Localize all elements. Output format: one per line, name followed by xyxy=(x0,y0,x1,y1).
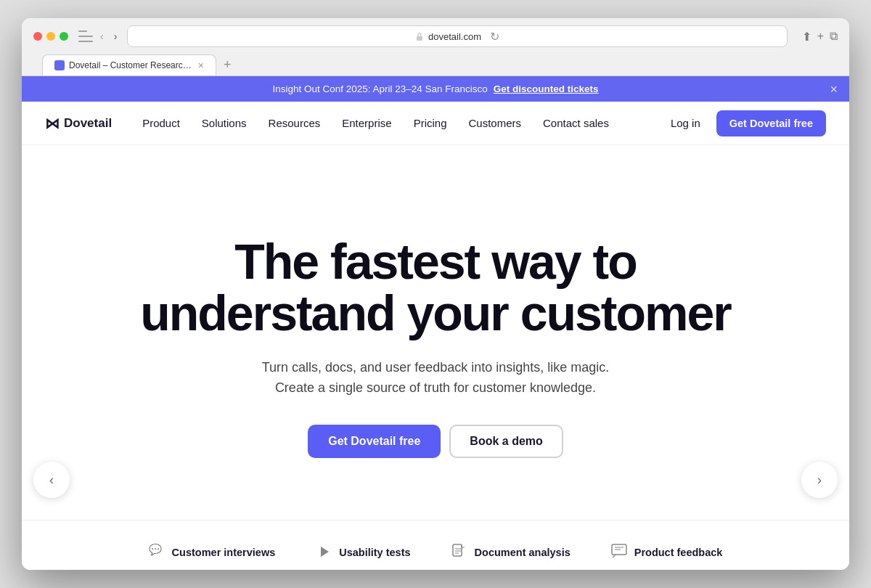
browser-actions: ⬆ + ⧉ xyxy=(802,30,838,44)
navbar: ⋈ Dovetail Product Solutions Resources E… xyxy=(22,102,849,145)
announcement-link[interactable]: Get discounted tickets xyxy=(494,83,599,94)
nav-cta-button[interactable]: Get Dovetail free xyxy=(716,110,826,136)
url-text: dovetail.com xyxy=(428,31,481,42)
feature-tabs: 💬 Customer interviews Usability tests xyxy=(22,520,849,570)
tab-title-text: Dovetail – Customer Research Platform xyxy=(69,60,194,70)
minimize-traffic-light[interactable] xyxy=(46,32,55,41)
documents-icon xyxy=(451,544,469,561)
tab-favicon xyxy=(54,60,65,70)
feature-tab-usability[interactable]: Usability tests xyxy=(310,535,416,570)
close-traffic-light[interactable] xyxy=(33,32,42,41)
hero-title-line2: understand your customer xyxy=(140,285,731,340)
feature-tab-feedback-label: Product feedback xyxy=(634,547,723,558)
hero-section: ‹ › The fastest way to understand your c… xyxy=(22,145,849,520)
svg-rect-0 xyxy=(417,36,422,41)
forward-button[interactable]: › xyxy=(111,29,120,44)
feature-tab-feedback[interactable]: Product feedback xyxy=(605,535,729,570)
svg-rect-2 xyxy=(453,544,462,556)
feature-tab-documents[interactable]: Document analysis xyxy=(446,535,576,570)
website-content: Insight Out Conf 2025: April 23–24 San F… xyxy=(22,76,849,570)
nav-solutions[interactable]: Solutions xyxy=(192,111,257,135)
feature-tab-interviews[interactable]: 💬 Customer interviews xyxy=(143,535,282,570)
scroll-right-indicator[interactable]: › xyxy=(801,462,838,498)
traffic-lights xyxy=(33,32,68,41)
active-browser-tab[interactable]: Dovetail – Customer Research Platform × xyxy=(42,54,216,75)
feature-tab-usability-label: Usability tests xyxy=(339,547,410,558)
sidebar-button[interactable]: ⧉ xyxy=(830,30,838,43)
announcement-text: Insight Out Conf 2025: April 23–24 San F… xyxy=(272,83,487,94)
hero-subtitle: Turn calls, docs, and user feedback into… xyxy=(262,357,610,399)
browser-title-bar: ‹ › dovetail.com ↻ ⬆ + ⧉ xyxy=(33,25,838,54)
hero-subtitle-line1: Turn calls, docs, and user feedback into… xyxy=(262,360,610,375)
scroll-left-indicator[interactable]: ‹ xyxy=(33,462,70,498)
back-button[interactable]: ‹ xyxy=(97,29,107,44)
browser-nav-controls: ‹ › xyxy=(78,29,120,44)
tab-bar: Dovetail – Customer Research Platform × … xyxy=(33,54,838,75)
reload-button[interactable]: ↻ xyxy=(490,30,499,44)
sidebar-toggle[interactable] xyxy=(78,30,93,42)
logo-icon: ⋈ xyxy=(45,115,60,132)
hero-cta-secondary[interactable]: Book a demo xyxy=(449,425,563,458)
hero-subtitle-line2: Create a single source of truth for cust… xyxy=(275,380,596,395)
nav-customers[interactable]: Customers xyxy=(459,111,532,135)
browser-chrome: ‹ › dovetail.com ↻ ⬆ + ⧉ xyxy=(22,18,849,76)
nav-product[interactable]: Product xyxy=(132,111,190,135)
svg-marker-1 xyxy=(321,547,329,557)
nav-pricing[interactable]: Pricing xyxy=(404,111,457,135)
interviews-icon: 💬 xyxy=(149,544,166,561)
logo[interactable]: ⋈ Dovetail xyxy=(45,115,112,132)
login-button[interactable]: Log in xyxy=(661,111,711,135)
add-tab-button[interactable]: + xyxy=(218,54,237,75)
nav-contact-sales[interactable]: Contact sales xyxy=(533,111,619,135)
hero-title: The fastest way to understand your custo… xyxy=(140,236,731,340)
nav-links: Product Solutions Resources Enterprise P… xyxy=(132,111,661,135)
nav-enterprise[interactable]: Enterprise xyxy=(332,111,401,135)
address-bar[interactable]: dovetail.com ↻ xyxy=(127,25,787,47)
announcement-banner: Insight Out Conf 2025: April 23–24 San F… xyxy=(22,76,849,102)
tab-close-button[interactable]: × xyxy=(198,60,204,71)
feature-tab-interviews-label: Customer interviews xyxy=(172,547,276,558)
lock-icon xyxy=(415,32,424,41)
hero-title-line1: The fastest way to xyxy=(234,234,637,289)
banner-close-button[interactable]: × xyxy=(830,81,838,97)
nav-actions: Log in Get Dovetail free xyxy=(661,110,826,136)
hero-cta-primary[interactable]: Get Dovetail free xyxy=(308,425,441,458)
logo-text: Dovetail xyxy=(64,116,112,131)
usability-icon xyxy=(316,544,333,561)
browser-window: ‹ › dovetail.com ↻ ⬆ + ⧉ xyxy=(22,18,849,570)
feedback-icon xyxy=(611,544,629,561)
nav-resources[interactable]: Resources xyxy=(258,111,331,135)
hero-buttons: Get Dovetail free Book a demo xyxy=(308,425,563,458)
maximize-traffic-light[interactable] xyxy=(60,32,68,41)
new-tab-button[interactable]: + xyxy=(817,30,824,43)
share-button[interactable]: ⬆ xyxy=(802,30,811,44)
feature-tab-documents-label: Document analysis xyxy=(475,547,571,558)
